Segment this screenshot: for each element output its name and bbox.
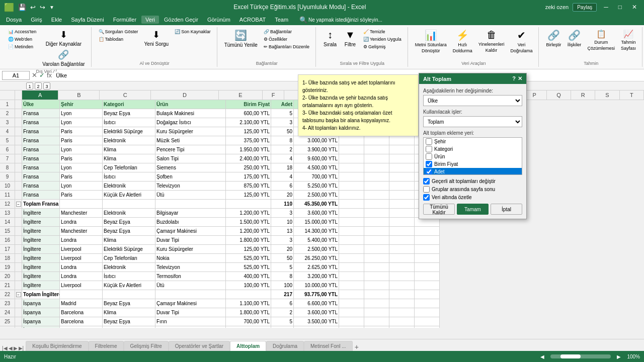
table-cell[interactable]: İsıtıcı — [103, 118, 155, 127]
add-sheet-button[interactable]: + — [355, 343, 359, 351]
web-button[interactable]: 🌐Web'den — [6, 36, 38, 43]
table-row[interactable]: 8FransaLyonCep TelefonlarıSiemens250,00 … — [0, 163, 644, 172]
table-cell[interactable]: Klima — [103, 236, 155, 245]
table-cell[interactable] — [364, 172, 389, 182]
dialog-checkbox[interactable] — [426, 138, 432, 145]
share-button[interactable]: Paylaş — [573, 3, 597, 12]
table-cell[interactable]: Küçük Ev Aletleri — [103, 191, 155, 200]
group-level-1[interactable]: 1 — [26, 82, 33, 89]
table-cell[interactable] — [339, 317, 364, 326]
table-cell[interactable] — [389, 299, 415, 308]
table-cell[interactable]: Elektrikli Süpürge — [103, 127, 155, 136]
table-cell[interactable]: 18 — [271, 163, 294, 172]
table-cell[interactable] — [364, 145, 389, 154]
baglanti-button[interactable]: 🔗Bağlantılar — [262, 28, 311, 35]
table-cell[interactable] — [389, 200, 415, 209]
sirala-button[interactable]: ↕ Sırala — [321, 28, 339, 48]
table-cell[interactable]: 3.000,00 YTL — [294, 136, 339, 145]
iliskiler-button[interactable]: 🔗İlişkiler — [565, 28, 583, 48]
table-cell[interactable]: Toplam Fransa — [22, 200, 60, 209]
table-cell[interactable]: Salon Tipi — [155, 154, 226, 163]
col-header-f[interactable]: F — [263, 90, 284, 100]
table-cell[interactable]: 5.250,00 YTL — [294, 182, 339, 191]
menu-item-ekle[interactable]: Ekle — [47, 16, 66, 24]
table-cell[interactable] — [364, 317, 389, 326]
menu-item-gozden[interactable]: Gözden Geçir — [160, 16, 202, 24]
table-cell[interactable] — [364, 136, 389, 145]
birlestir-button[interactable]: 🔗Birleştir — [544, 28, 563, 48]
table-cell[interactable]: Klima — [103, 154, 155, 163]
table-row[interactable]: 19İngiltereLondraElektronikTelevizyon525… — [0, 263, 644, 272]
expand-collapse-button[interactable]: − — [16, 202, 21, 207]
table-cell[interactable] — [415, 326, 440, 328]
table-cell[interactable]: İngiltere — [22, 236, 60, 245]
table-cell[interactable] — [226, 200, 271, 209]
dialog-option-checkbox[interactable] — [423, 194, 430, 201]
table-cell[interactable]: Lyon — [60, 163, 103, 172]
table-cell[interactable]: 20 — [271, 191, 294, 200]
table-cell[interactable]: Küçük Ev Aletleri — [103, 281, 155, 290]
table-cell[interactable]: 110 — [271, 200, 294, 209]
table-cell[interactable]: Manchester — [60, 227, 103, 236]
table-cell[interactable]: İngiltere — [22, 272, 60, 281]
table-cell[interactable]: 1.100,00 YTL — [226, 299, 271, 308]
col-header-s[interactable]: S — [595, 90, 619, 100]
menu-item-giris[interactable]: Giriş — [27, 16, 46, 24]
table-cell[interactable]: 2 — [271, 145, 294, 154]
table-cell[interactable]: İsıtıcı — [103, 272, 155, 281]
save-icon[interactable]: 💾 — [18, 4, 26, 11]
col-header-a[interactable]: A — [22, 90, 58, 100]
table-cell[interactable]: Ülke — [22, 100, 60, 109]
scroll-bar[interactable] — [550, 354, 611, 358]
table-cell[interactable] — [339, 163, 364, 172]
table-row[interactable]: 20İngiltereLondraİsıtıcıTermosifon400,00… — [0, 272, 644, 281]
table-cell[interactable]: Paris — [60, 172, 103, 182]
close-button[interactable]: ✕ — [629, 3, 640, 12]
table-cell[interactable] — [389, 209, 415, 218]
table-cell[interactable]: İspanya — [22, 317, 60, 326]
dialog-listbox[interactable]: ŞehirKategoriÜrünBirim FiyatAdetSatış To… — [423, 137, 522, 175]
table-row[interactable]: 11FransaParisKüçük Ev AletleriÜtü125,00 … — [0, 191, 644, 200]
table-cell[interactable]: 9.600,00 YTL — [294, 154, 339, 163]
varolan-button[interactable]: 🔗 Varolan Bağlantılar — [40, 48, 87, 68]
col-header-d[interactable]: D — [151, 90, 219, 100]
table-cell[interactable] — [364, 227, 389, 236]
filtre-button[interactable]: ▼ Filtre — [341, 28, 359, 48]
table-cell[interactable]: 10.000,00 YTL — [294, 281, 339, 290]
table-cell[interactable]: 5 — [271, 263, 294, 272]
table-cell[interactable]: Lyon — [60, 109, 103, 118]
table-cell[interactable]: Paris — [60, 154, 103, 163]
son-kaynaklar-button[interactable]: 🔄Son Kaynaklar — [173, 28, 213, 35]
table-cell[interactable] — [415, 308, 440, 317]
table-cell[interactable] — [103, 290, 155, 299]
hizli-doldu-button[interactable]: ⚡ Hızlı Doldurma — [451, 28, 474, 54]
table-row[interactable]: 9FransaParisİsıtıcıŞofben175,00 YTL4700,… — [0, 172, 644, 182]
table-cell[interactable]: 6.600,00 YTL — [294, 326, 339, 328]
table-cell[interactable]: 217 — [271, 290, 294, 299]
table-cell[interactable] — [364, 154, 389, 163]
table-cell[interactable]: Londra — [60, 272, 103, 281]
table-cell[interactable] — [339, 136, 364, 145]
table-cell[interactable] — [339, 308, 364, 317]
table-cell[interactable]: Kuru Süpürgeler — [155, 127, 226, 136]
table-cell[interactable] — [60, 290, 103, 299]
table-cell[interactable]: Bilgisayar — [155, 209, 226, 218]
table-cell[interactable]: Siemens — [155, 163, 226, 172]
table-cell[interactable] — [364, 263, 389, 272]
table-cell[interactable] — [364, 308, 389, 317]
table-cell[interactable]: 1.950,00 YTL — [226, 145, 271, 154]
menu-item-gorunum[interactable]: Görünüm — [203, 16, 234, 24]
group-level-3[interactable]: 3 — [43, 82, 50, 89]
confirm-icon[interactable]: ✓ — [39, 71, 45, 79]
table-cell[interactable]: İngiltere — [22, 218, 60, 227]
table-cell[interactable]: Fransa — [22, 191, 60, 200]
table-cell[interactable]: Elektronik — [103, 209, 155, 218]
gelismis-button[interactable]: ⚙Gelişmiş — [361, 43, 404, 50]
tab-nav-prev[interactable]: ◀ — [9, 345, 13, 351]
table-row[interactable]: 25İspanyaBarcelonaBeyaz EşyaFırın700,00 … — [0, 317, 644, 326]
search-bar[interactable]: Ne yapmak istediğinizi söyleyin... — [308, 17, 642, 23]
table-cell[interactable]: Londra — [60, 263, 103, 272]
tablodan-button[interactable]: 📋Tablodan — [97, 36, 140, 43]
ozellik-button[interactable]: ⚙Özellikler — [262, 36, 311, 43]
table-cell[interactable]: 20 — [271, 245, 294, 254]
